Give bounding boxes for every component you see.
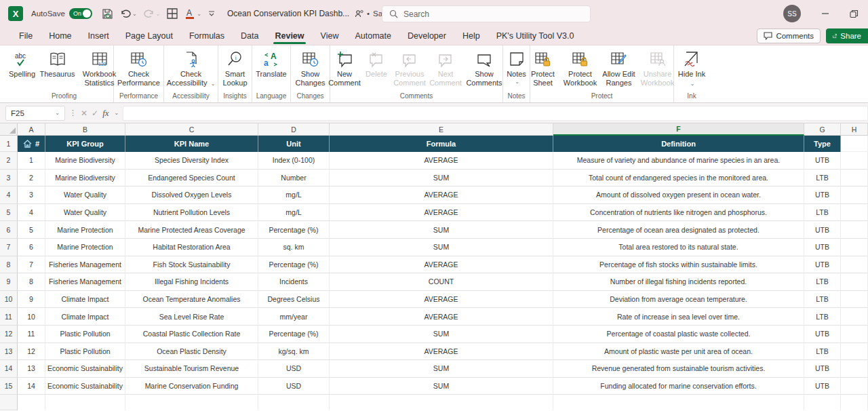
cell[interactable]	[841, 256, 868, 274]
cell[interactable]: UTB	[804, 221, 841, 239]
cell[interactable]	[841, 239, 868, 256]
cell[interactable]: SUM	[330, 360, 553, 378]
column-header-b[interactable]: B	[45, 123, 125, 136]
row-header-9[interactable]: 9	[0, 273, 18, 291]
check-performance-button[interactable]: Check Performance	[115, 48, 163, 87]
row-header-4[interactable]: 4	[0, 187, 18, 204]
cell[interactable]: USD	[258, 360, 330, 378]
cell[interactable]: 2	[18, 170, 45, 187]
row-header-14[interactable]: 14	[0, 360, 18, 378]
cell[interactable]: 1	[18, 152, 45, 170]
cell[interactable]: LTB	[804, 170, 841, 187]
cell[interactable]: UTB	[804, 326, 841, 343]
cell[interactable]	[841, 308, 868, 326]
cell[interactable]: Number of illegal fishing incidents repo…	[553, 273, 804, 291]
cell[interactable]: Economic Sustainability	[45, 378, 125, 395]
cell[interactable]: mg/L	[258, 187, 330, 204]
cell[interactable]: 6	[18, 239, 45, 256]
cell[interactable]: 3	[18, 187, 45, 204]
cell[interactable]: 7	[18, 256, 45, 274]
cell[interactable]: Degrees Celsius	[258, 291, 330, 309]
header-cell-formula[interactable]: Formula	[330, 136, 553, 152]
cell[interactable]: Percentage of fish stocks within sustain…	[553, 256, 804, 274]
cell[interactable]: LTB	[804, 308, 841, 326]
cell[interactable]: Marine Conservation Funding	[125, 378, 258, 395]
cell[interactable]: AVERAGE	[330, 187, 553, 204]
cell[interactable]: Species Diversity Index	[125, 152, 258, 170]
cell[interactable]: Amount of plastic waste per unit area of…	[553, 343, 804, 361]
header-cell-unit[interactable]: Unit	[258, 136, 330, 152]
tab-automate[interactable]: Automate	[347, 27, 399, 45]
cell[interactable]: Concentration of nutrients like nitrogen…	[553, 204, 804, 222]
tab-view[interactable]: View	[313, 27, 347, 45]
restore-button[interactable]	[850, 9, 859, 18]
tab-pk-utility[interactable]: PK's Utility Tool V3.0	[488, 27, 583, 45]
cell[interactable]: Climate Impact	[45, 291, 125, 309]
row-header-5[interactable]: 5	[0, 204, 18, 222]
cell[interactable]	[841, 187, 868, 204]
cell[interactable]: SUM	[330, 378, 553, 395]
cell[interactable]: Total count of endangered species in the…	[553, 170, 804, 187]
spelling-button[interactable]: abc Spelling	[7, 48, 38, 79]
cell[interactable]: Marine Protected Areas Coverage	[125, 221, 258, 239]
cell[interactable]: 9	[18, 291, 45, 309]
enter-icon[interactable]: ✓	[92, 109, 98, 118]
cell[interactable]	[841, 343, 868, 361]
cell[interactable]: LTB	[804, 343, 841, 361]
cell[interactable]: Revenue generated from sustainable touri…	[553, 360, 804, 378]
cell[interactable]: 4	[18, 204, 45, 222]
cell[interactable]: LTB	[804, 204, 841, 222]
cell[interactable]: UTB	[804, 360, 841, 378]
protect-workbook-button[interactable]: Protect Workbook	[560, 48, 601, 87]
cell[interactable]: UTB	[804, 239, 841, 256]
avatar[interactable]: SS	[783, 5, 801, 22]
cell[interactable]: Ocean Plastic Density	[125, 343, 258, 361]
cell[interactable]: Index (0-100)	[258, 152, 330, 170]
formula-input[interactable]	[123, 106, 868, 121]
row-header-7[interactable]: 7	[0, 239, 18, 256]
insert-function-icon[interactable]: fx	[102, 108, 108, 119]
cell[interactable]: AVERAGE	[330, 256, 553, 274]
cell[interactable]: Illegal Fishing Incidents	[125, 273, 258, 291]
cell[interactable]: Amount of dissolved oxygen present in oc…	[553, 187, 804, 204]
cell[interactable]: LTB	[804, 273, 841, 291]
cell[interactable]: sq. km	[258, 239, 330, 256]
tab-data[interactable]: Data	[233, 27, 267, 45]
cell[interactable]: Nutrient Pollution Levels	[125, 204, 258, 222]
cell[interactable]: Deviation from average ocean temperature…	[553, 291, 804, 309]
cell[interactable]: Fisheries Management	[45, 256, 125, 274]
cell[interactable]: UTB	[804, 187, 841, 204]
cell[interactable]: Incidents	[258, 273, 330, 291]
document-title[interactable]: Ocean Conservation KPI Dashb...	[227, 9, 349, 18]
row-header-2[interactable]: 2	[0, 152, 18, 170]
tab-formulas[interactable]: Formulas	[181, 27, 233, 45]
tab-developer[interactable]: Developer	[399, 27, 454, 45]
cell[interactable]: 8	[18, 273, 45, 291]
cell[interactable]	[841, 170, 868, 187]
cell[interactable]	[841, 221, 868, 239]
cell[interactable]	[841, 326, 868, 343]
column-header-h[interactable]: H	[841, 123, 868, 136]
tab-review[interactable]: Review	[267, 27, 312, 45]
cell[interactable]	[841, 395, 868, 410]
cell[interactable]: AVERAGE	[330, 343, 553, 361]
cell[interactable]: 11	[18, 326, 45, 343]
cell[interactable]: Total area restored to its natural state…	[553, 239, 804, 256]
column-header-c[interactable]: C	[125, 123, 258, 136]
cell[interactable]: Fish Stock Sustainability	[125, 256, 258, 274]
cell[interactable]: LTB	[804, 291, 841, 309]
cell[interactable]	[125, 395, 258, 410]
cell[interactable]	[18, 395, 45, 410]
cell[interactable]: Marine Protection	[45, 239, 125, 256]
chevron-down-icon[interactable]: ⌄	[197, 11, 201, 17]
cell[interactable]: SUM	[330, 170, 553, 187]
cell[interactable]: SUM	[330, 239, 553, 256]
cell[interactable]: Plastic Pollution	[45, 326, 125, 343]
undo-button[interactable]: ⌄	[120, 9, 137, 18]
cell[interactable]	[841, 291, 868, 309]
row-header-11[interactable]: 11	[0, 308, 18, 326]
cell[interactable]: AVERAGE	[330, 308, 553, 326]
search-input[interactable]: Search	[382, 5, 591, 22]
tab-file[interactable]: File	[11, 27, 41, 45]
cell[interactable]: 14	[18, 378, 45, 395]
